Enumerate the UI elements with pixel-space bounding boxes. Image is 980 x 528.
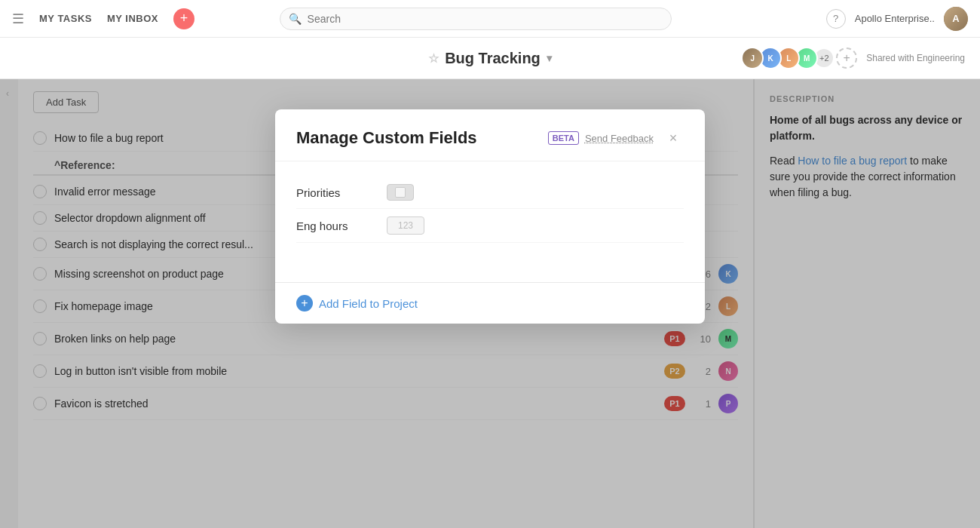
search-container: 🔍: [280, 8, 672, 30]
user-avatar[interactable]: A: [944, 7, 968, 31]
project-title: Bug Tracking: [445, 50, 541, 67]
project-title-container: ☆ Bug Tracking ▾: [428, 50, 552, 67]
shared-label: Shared with Engineering: [866, 53, 965, 63]
my-inbox-nav[interactable]: MY INBOX: [107, 13, 158, 24]
field-row-priorities: Priorities: [296, 177, 684, 209]
my-tasks-nav[interactable]: MY TASKS: [39, 13, 92, 24]
share-avatar-1: J: [741, 47, 764, 69]
modal-close-button[interactable]: ×: [663, 127, 684, 149]
org-name[interactable]: Apollo Enterprise..: [855, 13, 935, 24]
help-button[interactable]: ?: [826, 9, 846, 29]
star-icon[interactable]: ☆: [428, 51, 439, 66]
beta-badge[interactable]: BETA: [548, 131, 579, 145]
modal-title: Manage Custom Fields: [296, 128, 548, 148]
add-field-label: Add Field to Project: [319, 297, 418, 310]
project-dropdown-icon[interactable]: ▾: [547, 52, 552, 64]
manage-custom-fields-modal: Manage Custom Fields BETA Send Feedback …: [275, 109, 705, 324]
share-add-button[interactable]: +: [836, 48, 857, 69]
search-icon: 🔍: [289, 13, 302, 25]
main-area: ‹ Add Task How to file a bug report ^Ref…: [0, 79, 980, 528]
project-share: J K L M +2 + Shared with Engineering: [743, 47, 965, 69]
modal-overlay: Manage Custom Fields BETA Send Feedback …: [0, 79, 980, 528]
modal-header: Manage Custom Fields BETA Send Feedback …: [275, 109, 705, 161]
nav-right: ? Apollo Enterprise.. A: [826, 7, 968, 31]
send-feedback-button[interactable]: Send Feedback: [585, 133, 654, 144]
add-field-plus-icon: +: [296, 295, 313, 312]
priorities-toggle[interactable]: [387, 184, 414, 201]
search-input[interactable]: [280, 8, 672, 30]
eng-hours-icon[interactable]: 123: [387, 216, 424, 235]
field-label-priorities: Priorities: [296, 186, 372, 199]
add-field-button[interactable]: + Add Field to Project: [296, 295, 418, 312]
project-header: ☆ Bug Tracking ▾ J K L M +2 + Shared wit…: [0, 38, 980, 79]
top-nav: ☰ MY TASKS MY INBOX + 🔍 ? Apollo Enterpr…: [0, 0, 980, 38]
toggle-inner: [395, 187, 406, 198]
modal-footer: + Add Field to Project: [275, 282, 705, 324]
field-label-eng-hours: Eng hours: [296, 219, 372, 232]
hamburger-icon[interactable]: ☰: [12, 11, 24, 27]
field-row-eng-hours: Eng hours 123: [296, 209, 684, 243]
modal-body: Priorities Eng hours 123: [275, 161, 705, 282]
create-plus-button[interactable]: +: [173, 8, 194, 29]
